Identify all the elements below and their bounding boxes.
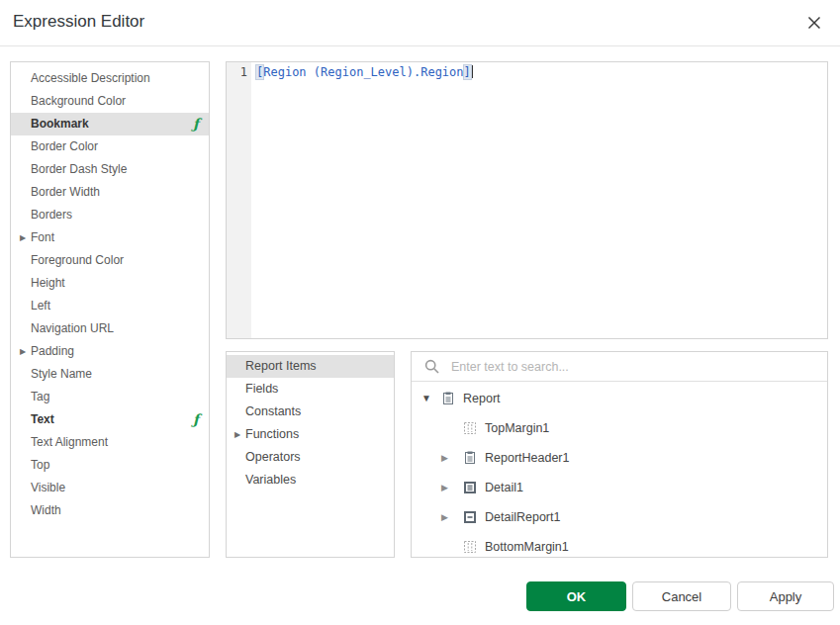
close-icon xyxy=(806,15,822,31)
property-label: Font xyxy=(31,230,54,244)
property-item-width[interactable]: Width xyxy=(11,499,209,522)
tree-item-detailreport1[interactable]: ▶ DetailReport1 xyxy=(412,502,827,532)
properties-panel: Accessible Description Background Color … xyxy=(10,61,210,558)
property-label: Visible xyxy=(31,481,65,494)
property-label: Border Width xyxy=(31,185,100,199)
expression-fx-icon: ƒ xyxy=(193,408,199,431)
category-label: Constants xyxy=(245,404,301,418)
cancel-button[interactable]: Cancel xyxy=(632,581,731,611)
category-label: Variables xyxy=(245,473,296,487)
category-label: Operators xyxy=(245,450,301,464)
search-icon xyxy=(424,359,440,375)
property-label: Width xyxy=(31,503,61,517)
property-item-left[interactable]: Left xyxy=(11,295,209,317)
category-report-items[interactable]: Report Items xyxy=(227,355,394,378)
tree-item-label: DetailReport1 xyxy=(485,502,560,532)
property-item-borders[interactable]: Borders xyxy=(11,204,209,226)
property-label: Left xyxy=(31,299,50,312)
tree-item-label: ReportHeader1 xyxy=(485,443,569,473)
margin-band-icon xyxy=(463,540,477,554)
line-number: 1 xyxy=(240,65,247,79)
property-item-accessible-description[interactable]: Accessible Description xyxy=(11,67,209,90)
property-item-background-color[interactable]: Background Color xyxy=(11,90,209,113)
property-item-top[interactable]: Top xyxy=(11,454,209,477)
tree-item-label: BottomMargin1 xyxy=(485,532,569,562)
property-item-foreground-color[interactable]: Foreground Color xyxy=(11,249,209,272)
tree-item-label: Report xyxy=(463,384,501,413)
property-item-style-name[interactable]: Style Name xyxy=(11,363,209,386)
bracket-close: ] xyxy=(464,65,471,79)
detail-report-band-icon xyxy=(463,510,477,524)
expand-arrow-icon[interactable]: ▶ xyxy=(20,340,26,363)
report-band-icon xyxy=(441,392,455,405)
property-label: Bookmark xyxy=(31,117,89,131)
tree-item-detail1[interactable]: ▶ Detail1 xyxy=(412,473,827,502)
property-item-text-alignment[interactable]: Text Alignment xyxy=(11,431,209,454)
report-tree: ▼ Report TopMargin1 ▶ xyxy=(412,382,827,562)
property-item-font[interactable]: ▶Font xyxy=(11,226,209,249)
search-input[interactable] xyxy=(451,352,823,381)
dialog-header: Expression Editor xyxy=(0,0,840,46)
report-band-icon xyxy=(463,451,477,465)
property-item-border-color[interactable]: Border Color xyxy=(11,135,209,158)
dialog-title: Expression Editor xyxy=(13,12,144,32)
property-item-height[interactable]: Height xyxy=(11,272,209,295)
property-item-visible[interactable]: Visible xyxy=(11,477,209,499)
collapse-arrow-icon[interactable]: ▼ xyxy=(421,384,431,413)
report-items-panel: ▼ Report TopMargin1 ▶ xyxy=(411,351,828,558)
property-label: Border Color xyxy=(31,139,98,153)
property-label: Background Color xyxy=(31,94,126,108)
apply-button[interactable]: Apply xyxy=(737,581,834,611)
property-label: Text Alignment xyxy=(31,435,108,449)
property-label: Foreground Color xyxy=(31,253,124,267)
tree-item-report[interactable]: ▼ Report xyxy=(412,384,827,413)
category-label: Report Items xyxy=(245,359,317,373)
property-label: Padding xyxy=(31,344,74,358)
category-functions[interactable]: ▶Functions xyxy=(227,423,394,446)
property-label: Text xyxy=(31,412,54,426)
expression-fx-icon: ƒ xyxy=(193,113,199,135)
property-label: Navigation URL xyxy=(31,321,114,335)
expression-code-editor[interactable]: 1 [Region (Region_Level).Region] xyxy=(226,61,828,339)
property-label: Top xyxy=(31,458,49,472)
property-item-padding[interactable]: ▶Padding xyxy=(11,340,209,363)
expand-arrow-icon[interactable]: ▶ xyxy=(441,473,448,502)
property-item-navigation-url[interactable]: Navigation URL xyxy=(11,317,209,340)
code-text: Region (Region_Level).Region xyxy=(263,65,463,79)
expand-arrow-icon[interactable]: ▶ xyxy=(20,226,26,249)
category-variables[interactable]: Variables xyxy=(227,469,394,491)
property-label: Style Name xyxy=(31,367,92,381)
expression-editor-dialog: Expression Editor Accessible Description… xyxy=(0,0,840,625)
tree-item-label: Detail1 xyxy=(485,473,523,502)
property-label: Borders xyxy=(31,208,72,222)
margin-band-icon xyxy=(463,421,477,435)
text-caret xyxy=(472,65,473,78)
category-operators[interactable]: Operators xyxy=(227,446,394,469)
property-label: Tag xyxy=(31,390,49,403)
tree-item-bottommargin1[interactable]: BottomMargin1 xyxy=(412,532,827,562)
tree-item-topmargin1[interactable]: TopMargin1 xyxy=(412,413,827,443)
editor-gutter: 1 xyxy=(227,62,251,338)
property-item-tag[interactable]: Tag xyxy=(11,386,209,408)
category-constants[interactable]: Constants xyxy=(227,401,394,423)
category-label: Functions xyxy=(245,427,299,441)
tree-item-label: TopMargin1 xyxy=(485,413,549,443)
property-label: Height xyxy=(31,276,65,290)
category-fields[interactable]: Fields xyxy=(227,378,394,401)
categories-panel: Report Items Fields Constants ▶Functions… xyxy=(226,351,395,558)
expand-arrow-icon[interactable]: ▶ xyxy=(234,423,240,446)
property-item-border-dash-style[interactable]: Border Dash Style xyxy=(11,158,209,181)
expand-arrow-icon[interactable]: ▶ xyxy=(441,502,448,532)
code-area[interactable]: [Region (Region_Level).Region] xyxy=(251,62,827,338)
detail-band-icon xyxy=(463,481,477,494)
expand-arrow-icon[interactable]: ▶ xyxy=(441,443,448,473)
search-bar xyxy=(412,352,827,382)
close-button[interactable] xyxy=(802,11,826,35)
property-label: Border Dash Style xyxy=(31,162,127,176)
ok-button[interactable]: OK xyxy=(526,581,626,611)
property-label: Accessible Description xyxy=(31,71,150,85)
property-item-bookmark[interactable]: Bookmarkƒ xyxy=(11,113,209,135)
property-item-border-width[interactable]: Border Width xyxy=(11,181,209,204)
property-item-text[interactable]: Textƒ xyxy=(11,408,209,431)
tree-item-reportheader1[interactable]: ▶ ReportHeader1 xyxy=(412,443,827,473)
